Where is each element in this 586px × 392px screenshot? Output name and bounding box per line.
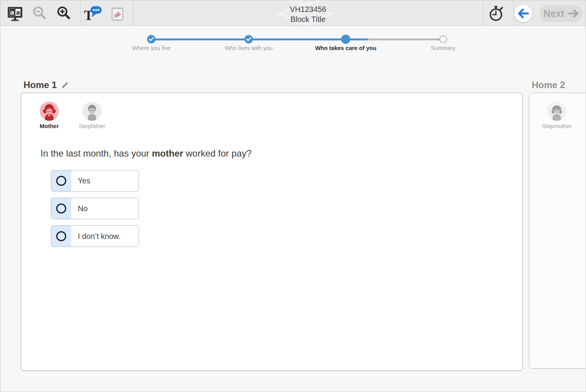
question-subject: mother	[152, 148, 183, 158]
home1-card: Mother Stepfather In the last month, has…	[21, 93, 523, 371]
step-label: Who lives with you	[206, 45, 291, 51]
answer-options: Yes No I don’t know.	[51, 170, 139, 247]
back-button[interactable]	[514, 5, 532, 22]
text-to-speech-button[interactable]: T	[82, 4, 103, 23]
question-text: In the last month, has your mother worke…	[40, 148, 251, 159]
check-icon	[246, 37, 251, 42]
block-title: VH123456 Block Title	[133, 4, 483, 25]
step-label: Summary	[401, 45, 486, 51]
step-label: Who takes care of you	[303, 45, 388, 51]
text-settings-button[interactable]: a a	[6, 4, 24, 23]
option-no[interactable]: No	[51, 198, 139, 219]
timer-button[interactable]	[487, 4, 505, 23]
radio-button[interactable]	[56, 231, 66, 241]
option-label: No	[71, 198, 139, 219]
toolbar: a a T	[0, 0, 586, 26]
radio-cell	[51, 170, 71, 191]
toolbar-separator	[80, 0, 80, 26]
radio-button[interactable]	[56, 204, 66, 214]
person-label: Stepmother	[539, 123, 575, 129]
step-dot-who-lives-with-you	[244, 35, 253, 43]
option-yes[interactable]: Yes	[51, 170, 139, 192]
stopwatch-icon	[487, 4, 505, 23]
person-label: Stepfather	[74, 123, 110, 129]
option-label: Yes	[71, 170, 139, 191]
svg-text:a: a	[10, 9, 14, 16]
monitor-aa-icon: a a	[7, 5, 23, 22]
home2-card: Stepmother	[529, 93, 586, 369]
zoom-in-button[interactable]	[55, 4, 73, 23]
person-tab-mother[interactable]: Mother	[31, 102, 67, 129]
step-dot-who-takes-care-of-you	[341, 35, 350, 44]
arrow-right-icon	[568, 9, 579, 18]
option-label: I don’t know.	[71, 226, 139, 247]
pencil-icon	[61, 81, 69, 89]
svg-text:a: a	[16, 9, 20, 16]
radio-button[interactable]	[56, 176, 66, 186]
option-idk[interactable]: I don’t know.	[51, 225, 139, 247]
step-dot-summary	[439, 35, 447, 43]
zoom-out-button[interactable]	[30, 4, 49, 23]
next-button[interactable]: Next	[539, 5, 583, 22]
radio-cell	[51, 226, 71, 247]
check-icon	[149, 37, 154, 42]
app-window: a a T	[0, 0, 586, 392]
next-button-label: Next	[543, 8, 564, 19]
scratchwork-button[interactable]	[108, 4, 127, 23]
block-name: Block Title	[133, 14, 483, 24]
radio-cell	[51, 198, 71, 219]
edit-home-name-button[interactable]	[61, 81, 69, 89]
item-id: VH123456	[133, 4, 483, 14]
home1-title: Home 1	[23, 80, 69, 90]
magnifier-minus-icon	[31, 5, 48, 22]
toolbar-separator	[513, 0, 514, 26]
stepfather-avatar	[82, 102, 102, 121]
T-speech-bubble-icon: T	[83, 4, 103, 23]
question-prefix: In the last month, has your	[40, 148, 152, 158]
toolbar-separator	[483, 0, 483, 26]
step-dot-where-you-live	[147, 35, 156, 43]
home2-title-text: Home 2	[532, 80, 565, 90]
magnifier-plus-icon	[55, 5, 72, 22]
stepper-track-remaining	[368, 38, 443, 40]
arrow-left-icon	[517, 8, 529, 18]
home1-title-text: Home 1	[23, 80, 57, 90]
mother-avatar	[40, 102, 59, 121]
home2-title: Home 2	[532, 80, 565, 90]
stepmother-avatar	[547, 102, 566, 121]
person-tab-stepmother[interactable]: Stepmother	[539, 102, 575, 129]
person-tab-stepfather[interactable]: Stepfather	[74, 102, 110, 129]
notepad-scribble-icon	[109, 5, 126, 22]
person-label: Mother	[31, 123, 67, 129]
step-label: Where you live	[109, 45, 194, 51]
stepper-track-completed	[151, 38, 368, 40]
question-suffix: worked for pay?	[183, 148, 251, 158]
